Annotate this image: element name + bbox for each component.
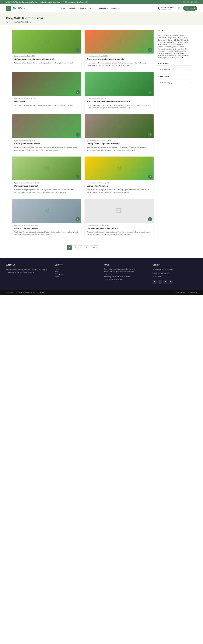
tag-item[interactable]: Fun (1) <box>158 44 163 45</box>
tag-item[interactable]: Lore (2) <box>179 46 184 48</box>
share-button[interactable]: ↗ <box>76 48 80 52</box>
post-title-link[interactable]: Broad bean and goats cheese bruschetta <box>87 58 124 60</box>
footer-explore-link[interactable]: Contact Us <box>55 273 99 275</box>
tag-item[interactable]: Nested (1) <box>158 50 165 52</box>
page-btn-next[interactable]: Next » <box>90 246 99 250</box>
tag-item[interactable]: Donut (1) <box>182 39 189 41</box>
footer-explore-link[interactable]: Home <box>55 268 99 270</box>
footer-social-facebook-icon[interactable]: f <box>152 280 157 284</box>
tag-item[interactable]: Layout (3) <box>166 46 173 48</box>
tag-item[interactable]: aft (1) <box>158 35 162 36</box>
breadcrumb-home[interactable]: Home <box>6 21 10 23</box>
social-facebook-icon[interactable]: f <box>183 1 185 4</box>
nav-contact[interactable]: Contact Us <box>110 6 122 10</box>
tag-item[interactable]: Template (10) <box>167 55 176 56</box>
share-button[interactable]: ↗ <box>148 132 152 136</box>
nav-page[interactable]: Page ▾ <box>79 6 87 10</box>
social-instagram-icon[interactable]: in <box>194 1 197 4</box>
share-button[interactable]: ↗ <box>76 217 80 221</box>
footer-news-link[interactable]: Broad bean and goats cheese bruschetta <box>104 271 148 272</box>
tag-item[interactable]: Readability (1) <box>165 53 174 54</box>
nav-about[interactable]: About Us <box>68 6 78 10</box>
tag-item[interactable]: Video (3) <box>165 57 171 59</box>
footer-explore-link[interactable]: Blog <box>55 271 99 272</box>
tag-item[interactable]: Categories (2) <box>167 37 176 39</box>
tag-item[interactable]: Wordpress.Tv (1) <box>172 57 183 59</box>
footer-bottom: © Copyright 2021 Garden Care Theme By Lu… <box>0 290 203 295</box>
share-button[interactable]: ↗ <box>148 48 152 52</box>
post-title-link[interactable]: Markup: Title With Markup <box>15 227 39 230</box>
tag-item[interactable]: Markup (5) <box>158 48 165 50</box>
tag-item[interactable]: Link (2) <box>173 46 178 48</box>
nav-blog[interactable]: Blog ▾ <box>88 6 96 10</box>
tag-item[interactable]: Codex (3) <box>183 37 189 39</box>
tag-item[interactable]: Post Formats (15) <box>174 50 186 52</box>
post-title-link[interactable]: Adipiscing elit. Vivamus eu pharetra bru… <box>87 100 130 102</box>
tag-item[interactable]: Pictures (5) <box>166 50 173 52</box>
footer-social-twitter-icon[interactable]: t <box>169 280 173 284</box>
tag-item[interactable]: Html (3) <box>171 44 176 45</box>
post-title-link[interactable]: Markup: Text Alignment <box>87 185 109 187</box>
footer-social-pinterest-icon[interactable]: p <box>158 280 162 284</box>
share-button[interactable]: ↗ <box>148 90 152 94</box>
tag-item[interactable]: Comments (4) <box>158 39 167 41</box>
page-btn-2[interactable]: 2 <box>73 246 77 250</box>
privacy-policy-link[interactable]: Privacy Policy <box>176 292 185 293</box>
post-title-link[interactable]: Template: Featured Image (Vertical) <box>87 227 119 230</box>
post-title-link[interactable]: Markup: Image Alignment <box>15 185 38 187</box>
footer-news-link[interactable]: Hello world! <box>104 273 148 275</box>
tag-item[interactable]: Content (11) <box>168 39 176 41</box>
post-image: 🌿 <box>85 114 153 138</box>
footer-news-link[interactable]: Lorem ipsum dolor sit amet <box>104 278 148 280</box>
tag-item[interactable]: Fall (1) <box>184 42 189 43</box>
top-bar-email[interactable]: ✉ info@yourmailhere.com <box>41 1 60 3</box>
tag-item[interactable]: Shortcode (5) <box>175 53 184 54</box>
tag-item[interactable]: Quote (1) <box>158 53 164 54</box>
share-button[interactable]: ↗ <box>148 217 152 221</box>
tag-item[interactable]: Alignment (3) <box>163 35 171 36</box>
tag-item[interactable]: Gallery (3) <box>163 44 170 45</box>
footer-social-linkedin-icon[interactable]: in <box>163 280 167 284</box>
tag-item[interactable]: Excerpt (3) <box>177 42 184 43</box>
blog-card-2: 🌿 ↗ by gardencare / on 2 April, 2021 Bro… <box>84 30 154 69</box>
share-button[interactable]: ↗ <box>76 175 80 179</box>
cart-icon[interactable]: 🛒 <box>178 7 181 10</box>
post-title-link[interactable]: Markup: HTML Tags and Formatting <box>87 142 120 145</box>
tag-item[interactable]: Membership (2) <box>166 48 176 50</box>
page-btn-1[interactable]: 1 <box>67 246 72 250</box>
share-button[interactable]: ↗ <box>148 175 152 179</box>
footer-news-link[interactable]: Quis nostrum exercitationem ullam corpor… <box>104 268 148 270</box>
page-btn-4[interactable]: 4 <box>84 246 89 250</box>
get-started-button[interactable]: Get Started <box>183 6 197 10</box>
tag-item[interactable]: Css (6) <box>177 39 182 41</box>
share-button[interactable]: ↗ <box>76 132 80 136</box>
tag-item[interactable]: Jalapeñ (3) <box>158 46 166 48</box>
tag-item[interactable]: Must Read (1) <box>177 48 186 50</box>
post-title-link[interactable]: Lorem ipsum dolor sit amet <box>15 142 40 145</box>
tag-item[interactable]: Chat (1) <box>177 37 182 39</box>
tag-item[interactable]: Title (3) <box>184 55 189 56</box>
tag-item[interactable]: Image (7) <box>177 44 183 45</box>
footer-explore-link[interactable]: Shop <box>55 276 99 278</box>
tag-item[interactable]: Standard (1) <box>158 55 166 56</box>
nav-shortcode[interactable]: Shortcode ▾ <box>97 6 109 10</box>
social-twitter-icon[interactable]: t <box>187 1 189 4</box>
nav-home[interactable]: Home <box>59 6 67 10</box>
tag-item[interactable]: Theme (4) <box>177 55 183 56</box>
share-button[interactable]: ↗ <box>76 90 80 94</box>
tag-item[interactable]: Audio (1) <box>180 35 186 36</box>
footer-news-link[interactable]: Adipiscing elit. Vivamus eu pharetra <box>104 276 148 278</box>
logo[interactable]: 🌿 PlantCare <box>6 6 25 11</box>
tag-item[interactable]: Edge Case (7) <box>158 42 168 43</box>
tag-item[interactable]: Articles (4) <box>172 35 179 36</box>
tag-item[interactable]: Captions (3) <box>158 37 166 39</box>
terms-of-use-link[interactable]: Terms Of Use <box>188 292 197 293</box>
tag-item[interactable]: Twitter (3) <box>158 57 165 59</box>
post-title-link[interactable]: Quis nostrum exercitationem ullam corpor… <box>15 58 55 60</box>
page-btn-3[interactable]: 3 <box>78 246 83 250</box>
archives-select[interactable]: Select Month <box>158 68 191 72</box>
post-title-link[interactable]: Hello world! <box>15 100 26 102</box>
tag-item[interactable]: Embeds (3) <box>168 42 176 43</box>
category-select[interactable]: Select Category <box>158 81 191 85</box>
social-pinterest-icon[interactable]: p <box>190 1 193 4</box>
